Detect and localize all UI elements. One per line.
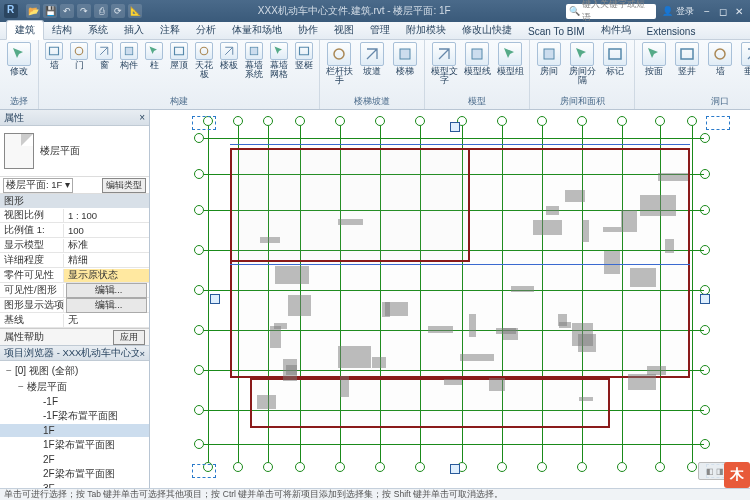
ribbon-button-5-2[interactable]: 墙	[705, 42, 735, 76]
ribbon-button-1-9[interactable]: 幕墙网格	[268, 42, 290, 78]
ribbon-tab-3[interactable]: 插入	[116, 21, 152, 39]
grid-bubble[interactable]	[194, 169, 204, 179]
property-row[interactable]: 比例值 1:100	[0, 223, 149, 238]
grid-bubble[interactable]	[537, 116, 547, 126]
floor-plan-canvas[interactable]	[190, 114, 740, 478]
ribbon-button-1-1[interactable]: 门	[68, 42, 90, 70]
ribbon-tab-12[interactable]: Scan To BIM	[520, 24, 593, 39]
ribbon-button-1-4[interactable]: 柱	[143, 42, 165, 70]
properties-apply-button[interactable]: 应用	[113, 330, 145, 345]
ribbon-tab-6[interactable]: 体量和场地	[224, 21, 290, 39]
ribbon-tab-13[interactable]: 构件坞	[593, 21, 639, 39]
properties-type-selector[interactable]: 楼层平面	[0, 126, 149, 176]
grid-bubble[interactable]	[415, 462, 425, 472]
ribbon-button-1-7[interactable]: 楼板	[218, 42, 240, 70]
grid-bubble[interactable]	[497, 462, 507, 472]
grid-bubble[interactable]	[687, 116, 697, 126]
minimize-button[interactable]: −	[700, 5, 714, 17]
property-value[interactable]: 标准	[64, 239, 149, 252]
ribbon-button-2-0[interactable]: 栏杆扶手	[324, 42, 354, 84]
ribbon-tab-4[interactable]: 注释	[152, 21, 188, 39]
tree-node[interactable]: 1F梁布置平面图	[0, 437, 149, 453]
ribbon-tab-5[interactable]: 分析	[188, 21, 224, 39]
grid-bubble[interactable]	[263, 462, 273, 472]
instance-dropdown[interactable]: 楼层平面: 1F ▾	[3, 178, 73, 193]
ribbon-button-5-1[interactable]: 竖井	[672, 42, 702, 76]
properties-panel-header[interactable]: 属性 ×	[0, 110, 149, 126]
tree-node[interactable]: 2F	[0, 453, 149, 466]
property-row[interactable]: 视图比例1 : 100	[0, 208, 149, 223]
ribbon-button-5-3[interactable]: 垂直	[738, 42, 750, 76]
grid-bubble[interactable]	[194, 325, 204, 335]
property-row[interactable]: 详细程度精细	[0, 253, 149, 268]
ribbon-tab-0[interactable]: 建筑	[6, 20, 44, 40]
tree-node[interactable]: −[0] 视图 (全部)	[0, 363, 149, 379]
grid-bubble[interactable]	[233, 116, 243, 126]
property-row[interactable]: 基线无	[0, 313, 149, 328]
ribbon-button-5-0[interactable]: 按面	[639, 42, 669, 76]
tree-node[interactable]: -1F	[0, 395, 149, 408]
elevation-marker[interactable]	[450, 464, 460, 474]
grid-bubble[interactable]	[687, 462, 697, 472]
dimension-line[interactable]	[230, 264, 690, 265]
grid-bubble[interactable]	[263, 116, 273, 126]
grid-bubble[interactable]	[415, 116, 425, 126]
ribbon-tab-10[interactable]: 附加模块	[398, 21, 454, 39]
grid-bubble[interactable]	[194, 405, 204, 415]
tree-node[interactable]: 3F	[0, 482, 149, 488]
ribbon-button-3-2[interactable]: 模型组	[495, 42, 525, 76]
properties-help-link[interactable]: 属性帮助	[4, 331, 44, 344]
maximize-button[interactable]: ◻	[716, 5, 730, 17]
ribbon-tab-7[interactable]: 协作	[290, 21, 326, 39]
grid-bubble[interactable]	[194, 133, 204, 143]
property-edit-button[interactable]: 编辑...	[66, 283, 147, 298]
project-browser-header[interactable]: 项目浏览器 - XXX机动车中心文件.建筑 ×	[0, 345, 149, 361]
grid-bubble[interactable]	[375, 116, 385, 126]
elevation-marker[interactable]	[210, 294, 220, 304]
crop-handle[interactable]	[192, 116, 216, 130]
grid-bubble[interactable]	[577, 462, 587, 472]
property-row[interactable]: 图形显示选项编辑...	[0, 298, 149, 313]
close-button[interactable]: ✕	[732, 5, 746, 17]
tree-node[interactable]: -1F梁布置平面图	[0, 408, 149, 424]
drawing-area[interactable]: ◧ ◨ ▦ 木	[150, 110, 750, 488]
ribbon-button-2-1[interactable]: 坡道	[357, 42, 387, 76]
elevation-marker[interactable]	[450, 122, 460, 132]
qat-sync-icon[interactable]: ⟳	[111, 4, 125, 18]
property-row[interactable]: 可见性/图形编辑...	[0, 283, 149, 298]
grid-bubble[interactable]	[655, 462, 665, 472]
properties-category-header[interactable]: 图形	[0, 194, 149, 208]
ribbon-button-1-0[interactable]: 墙	[43, 42, 65, 70]
grid-bubble[interactable]	[194, 439, 204, 449]
user-signin[interactable]: 👤 登录	[662, 5, 694, 18]
edit-type-button[interactable]: 编辑类型	[102, 178, 146, 193]
grid-bubble[interactable]	[375, 462, 385, 472]
tree-node[interactable]: 2F梁布置平面图	[0, 466, 149, 482]
tree-twisty-icon[interactable]: −	[18, 381, 27, 392]
qat-undo-icon[interactable]: ↶	[60, 4, 74, 18]
property-value[interactable]: 显示原状态	[64, 269, 149, 282]
qat-measure-icon[interactable]: 📐	[128, 4, 142, 18]
ribbon-button-1-5[interactable]: 屋顶	[168, 42, 190, 70]
ribbon-button-2-2[interactable]: 楼梯	[390, 42, 420, 76]
ribbon-button-3-0[interactable]: 模型文字	[429, 42, 459, 84]
grid-bubble[interactable]	[335, 462, 345, 472]
grid-bubble[interactable]	[655, 116, 665, 126]
help-search-input[interactable]: 🔍键入关键字或短语	[566, 4, 656, 19]
ribbon-tab-14[interactable]: Extensions	[639, 24, 704, 39]
grid-bubble[interactable]	[295, 462, 305, 472]
grid-bubble[interactable]	[577, 116, 587, 126]
grid-bubble[interactable]	[617, 462, 627, 472]
ribbon-button-1-3[interactable]: 构件	[118, 42, 140, 70]
property-row[interactable]: 零件可见性显示原状态	[0, 268, 149, 283]
grid-bubble[interactable]	[194, 245, 204, 255]
tree-node[interactable]: 1F	[0, 424, 149, 437]
property-edit-button[interactable]: 编辑...	[66, 298, 147, 313]
grid-bubble[interactable]	[194, 285, 204, 295]
ribbon-button-1-8[interactable]: 幕墙系统	[243, 42, 265, 78]
ribbon-button-1-6[interactable]: 天花板	[193, 42, 215, 78]
property-value[interactable]: 精细	[64, 254, 149, 267]
tree-node[interactable]: −楼层平面	[0, 379, 149, 395]
ribbon-button-0-0[interactable]: 修改	[4, 42, 34, 76]
ribbon-tab-9[interactable]: 管理	[362, 21, 398, 39]
